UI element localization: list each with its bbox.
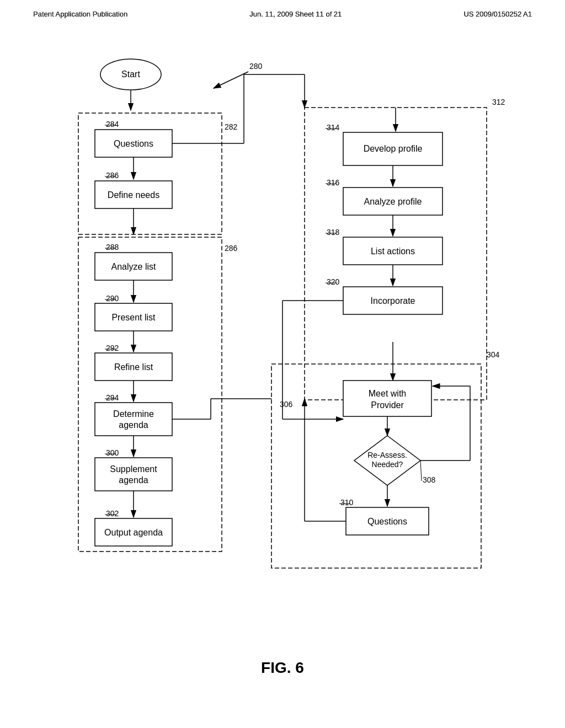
label-308: 308 (423, 475, 436, 484)
svg-rect-10 (78, 237, 222, 552)
incorporate-label: Incorporate (371, 296, 415, 306)
svg-line-1 (214, 72, 248, 88)
list-actions-label: List actions (371, 247, 415, 256)
supplement-agenda-label2: agenda (119, 475, 148, 485)
meet-provider-label: Meet with (369, 389, 406, 398)
analyze-profile-label: Analyze profile (364, 197, 422, 206)
label-294: 294 (106, 393, 119, 402)
re-assess-label2: Needed? (372, 460, 403, 469)
label-286a: 286 (106, 171, 119, 180)
label-280: 280 (249, 62, 263, 71)
header-right-text: US 2009/0150252 A1 (463, 10, 532, 18)
label-320: 320 (327, 277, 340, 286)
re-assess-label: Re-Assess. (367, 451, 407, 459)
label-282: 282 (225, 122, 238, 131)
header-middle-text: Jun. 11, 2009 Sheet 11 of 21 (249, 10, 342, 18)
determine-agenda-label: Determine (113, 409, 154, 419)
supplement-agenda-label: Supplement (110, 464, 157, 474)
diagram-area: Start 280 282 284 Questions 286 Define n… (33, 33, 532, 695)
page: Patent Application Publication Jun. 11, … (0, 0, 565, 728)
label-314: 314 (327, 123, 340, 132)
meet-provider-label2: Provider (371, 400, 404, 410)
fig-label: FIG. 6 (261, 659, 304, 676)
define-needs-label: Define needs (108, 190, 159, 200)
output-agenda-label: Output agenda (104, 528, 163, 537)
label-302: 302 (106, 509, 119, 518)
label-312: 312 (492, 98, 505, 106)
svg-rect-24 (95, 458, 172, 491)
label-290: 290 (106, 294, 119, 303)
questions1-label: Questions (114, 139, 153, 148)
header-bar: Patent Application Publication Jun. 11, … (0, 0, 565, 28)
analyze-list-label: Analyze list (111, 262, 156, 271)
label-318: 318 (327, 228, 340, 237)
label-284: 284 (106, 120, 119, 129)
header-left-text: Patent Application Publication (33, 10, 127, 18)
label-288: 288 (106, 243, 119, 251)
determine-agenda-label2: agenda (119, 420, 148, 430)
refine-list-label: Refine list (114, 362, 153, 372)
svg-rect-21 (95, 403, 172, 436)
svg-rect-46 (343, 381, 431, 416)
start-label: Start (121, 69, 140, 79)
questions2-label: Questions (367, 517, 407, 526)
label-292: 292 (106, 344, 119, 352)
label-300: 300 (106, 448, 119, 457)
label-286b: 286 (225, 244, 238, 253)
label-316: 316 (327, 178, 340, 187)
develop-profile-label: Develop profile (364, 144, 423, 153)
label-304: 304 (487, 350, 500, 359)
label-310: 310 (340, 498, 354, 507)
label-306: 306 (280, 400, 293, 409)
svg-line-49 (420, 461, 422, 481)
present-list-label: Present list (111, 313, 156, 322)
